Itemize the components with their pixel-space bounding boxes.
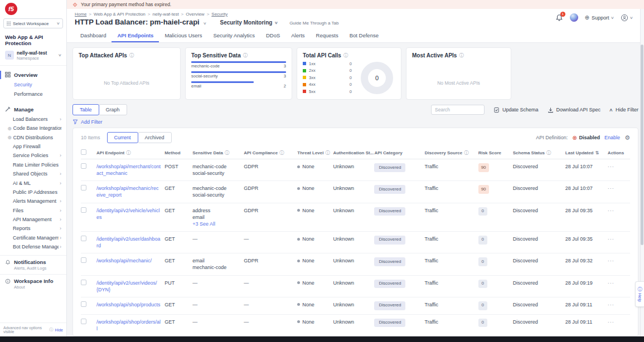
info-icon[interactable]: ⓘ xyxy=(225,150,229,155)
support-menu[interactable]: ⊕ Support ∨ xyxy=(585,14,614,21)
breadcrumb-item-web-app-api-protection[interactable]: Web App & API Protection xyxy=(94,12,146,17)
endpoint-link[interactable]: /identity/api/v2/vehicle/vehicles xyxy=(96,207,161,221)
sidebar-item-rate-limiter-policies[interactable]: Rate Limiter Policies xyxy=(0,160,66,169)
sidebar-item-load-balancers[interactable]: Load Balancers› xyxy=(0,115,66,124)
tenant-avatar[interactable] xyxy=(570,13,578,22)
f5-logo[interactable]: f5 xyxy=(5,3,17,15)
endpoint-link[interactable]: /workshop/api/mechanic/ xyxy=(96,257,152,264)
chevron-down-icon[interactable]: ∨ xyxy=(203,21,207,26)
breadcrumb-item-home[interactable]: Home xyxy=(75,12,86,17)
row-actions-button[interactable]: ··· xyxy=(608,302,614,307)
tab-security-analytics[interactable]: Security Analytics xyxy=(207,29,260,42)
namespace-selector[interactable]: N nelly-waf-test Namespace ∨ xyxy=(0,50,66,66)
sidebar-item-security[interactable]: Security xyxy=(0,80,66,90)
breadcrumb-item-nelly-waf-test[interactable]: nelly-waf-test xyxy=(152,12,178,17)
row-actions-button[interactable]: ··· xyxy=(608,164,614,169)
help-tab[interactable]: ⓘ Help xyxy=(635,281,644,307)
endpoint-link[interactable]: /identity/api/v2/user/videos/{DYN} xyxy=(96,280,161,293)
info-icon[interactable]: ⓘ xyxy=(279,150,284,155)
search-input[interactable] xyxy=(431,105,485,115)
enable-link[interactable]: Enable xyxy=(604,135,620,140)
sidebar-item-alerts-management[interactable]: Alerts Management› xyxy=(0,197,66,206)
notifications-bell-button[interactable]: 1 xyxy=(555,14,563,22)
legend-item-3xx: 3xx0 xyxy=(303,75,361,80)
tab-alerts[interactable]: Alerts xyxy=(285,29,310,42)
guide-me-link[interactable]: Guide Me Through a Tab xyxy=(289,21,338,26)
info-icon[interactable]: ⓘ xyxy=(126,150,130,155)
sidebar-item-reports[interactable]: Reports› xyxy=(0,224,66,233)
sidebar-item-app-firewall[interactable]: App Firewall xyxy=(0,142,66,151)
row-actions-button[interactable]: ··· xyxy=(608,280,614,286)
sidebar-item-public-ip-addresses[interactable]: Public IP Addresses xyxy=(0,188,66,197)
row-checkbox[interactable] xyxy=(81,163,86,169)
tab-dashboard[interactable]: Dashboard xyxy=(75,29,112,42)
sort-icon[interactable]: ⇅ xyxy=(595,150,599,155)
archived-toggle[interactable]: Archived xyxy=(138,132,172,143)
info-icon[interactable]: ⓘ xyxy=(343,52,348,58)
tab-bot-defense[interactable]: Bot Defense xyxy=(344,29,384,42)
download-api-spec-button[interactable]: Download API Spec xyxy=(548,107,601,113)
account-menu[interactable]: ∨ xyxy=(621,14,633,22)
tab-malicious-users[interactable]: Malicious Users xyxy=(159,29,207,42)
sidebar-item-label: Workspace Info xyxy=(14,278,54,284)
row-checkbox[interactable] xyxy=(81,301,86,307)
see-all-link[interactable]: +3 See All xyxy=(192,221,240,227)
info-icon[interactable]: ⓘ xyxy=(129,52,134,58)
add-filter-button[interactable]: Add Filter xyxy=(72,119,638,125)
scrollbar-thumb[interactable] xyxy=(641,45,643,245)
sidebar-item-workspace-info[interactable]: Workspace Info About xyxy=(0,274,66,293)
row-checkbox[interactable] xyxy=(81,319,86,324)
sidebar-item-certificate-management[interactable]: Certificate Management› xyxy=(0,233,66,242)
info-icon[interactable]: ⓘ xyxy=(243,52,248,58)
monitoring-dropdown[interactable]: Security Monitoring ∨ xyxy=(220,19,278,26)
hide-filter-button[interactable]: ∧ Hide Filter xyxy=(609,107,638,113)
tab-requests[interactable]: Requests xyxy=(311,29,344,42)
sidebar-item-api-management[interactable]: API Management› xyxy=(0,215,66,224)
info-icon[interactable]: ⓘ xyxy=(464,150,468,155)
schema-status-cell: Discovered xyxy=(513,181,565,203)
row-checkbox[interactable] xyxy=(81,185,86,190)
sidebar-item-performance[interactable]: Performance xyxy=(0,90,66,99)
endpoint-link[interactable]: /workshop/api/mechanic/receive_report xyxy=(96,185,161,198)
select-all-checkbox[interactable] xyxy=(81,149,86,155)
row-actions-button[interactable]: ··· xyxy=(608,319,614,325)
row-actions-button[interactable]: ··· xyxy=(608,258,614,263)
row-actions-button[interactable]: ··· xyxy=(608,208,614,213)
row-checkbox[interactable] xyxy=(81,236,86,241)
endpoint-link[interactable]: /workshop/api/merchant/contact_mechanic xyxy=(96,163,161,177)
sensitive-item: mechanic-code xyxy=(192,185,240,192)
row-checkbox[interactable] xyxy=(81,207,86,213)
tab-ddos[interactable]: DDoS xyxy=(260,29,285,42)
hide-nav-link[interactable]: Hide xyxy=(55,328,63,332)
breadcrumb-item-security[interactable]: Security xyxy=(211,12,227,17)
sidebar-item-code-base-integration[interactable]: ◎Code Base Integration xyxy=(0,124,66,133)
sidebar-item-notifications[interactable]: Notifications Alerts, Audit Logs xyxy=(0,255,66,274)
sidebar-item-service-policies[interactable]: Service Policies› xyxy=(0,151,66,160)
sidebar-item-cdn-distributions[interactable]: ◎CDN Distributions xyxy=(0,133,66,142)
sidebar-item-files[interactable]: Files› xyxy=(0,206,66,215)
sidebar-item-overview[interactable]: Overview xyxy=(0,70,66,80)
sidebar-item-manage[interactable]: Manage xyxy=(0,104,66,115)
info-icon[interactable]: ⓘ xyxy=(459,52,463,58)
endpoint-link[interactable]: /workshop/api/shop/orders/all xyxy=(96,319,161,332)
breadcrumb-item-overview[interactable]: Overview xyxy=(186,12,204,17)
tab-api-endpoints[interactable]: API Endpoints xyxy=(112,29,159,42)
info-icon[interactable]: ⓘ xyxy=(325,150,330,155)
graph-view-button[interactable]: Graph xyxy=(99,104,127,115)
row-checkbox[interactable] xyxy=(81,280,86,285)
row-actions-button[interactable]: ··· xyxy=(608,236,614,242)
sidebar-item-bot-defense-management[interactable]: Bot Defense Management› xyxy=(0,242,66,251)
legend-item-4xx: 4xx0 xyxy=(303,82,361,87)
info-icon[interactable]: ⓘ xyxy=(546,150,551,155)
table-view-button[interactable]: Table xyxy=(72,104,99,115)
row-checkbox[interactable] xyxy=(81,257,86,263)
workspace-selector[interactable]: Select Workspace ∨ xyxy=(3,18,63,28)
row-actions-button[interactable]: ··· xyxy=(608,185,614,191)
endpoint-link[interactable]: /identity/api/v2/user/dashboard xyxy=(96,236,161,249)
sidebar-item-shared-objects[interactable]: Shared Objects› xyxy=(0,169,66,178)
settings-gear-icon[interactable]: ⚙ xyxy=(624,134,630,141)
sidebar-item-ai-ml[interactable]: AI & ML› xyxy=(0,178,66,187)
update-schema-button[interactable]: Update Schema xyxy=(493,107,539,113)
endpoint-link[interactable]: /workshop/api/shop/products xyxy=(96,301,161,308)
current-toggle[interactable]: Current xyxy=(107,132,138,143)
